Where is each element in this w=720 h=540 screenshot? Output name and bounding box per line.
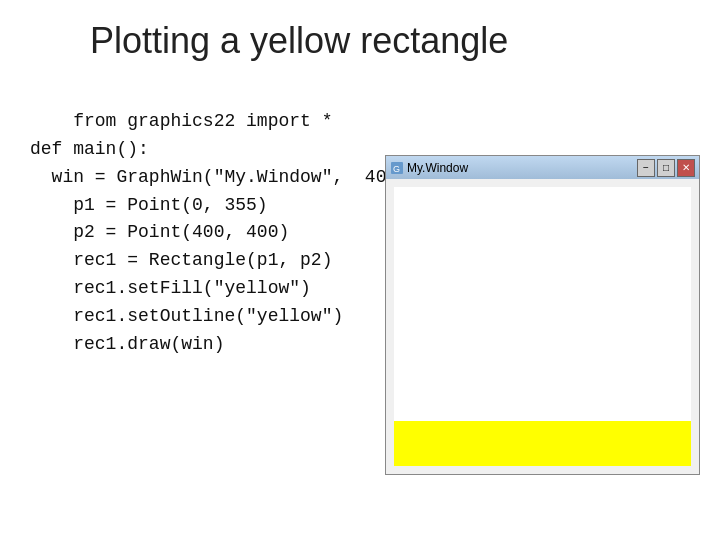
yellow-rectangle	[394, 421, 691, 466]
window-app-icon: G	[390, 161, 404, 175]
code-line-4: p1 = Point(0, 355)	[52, 195, 268, 215]
code-line-5: p2 = Point(400, 400)	[52, 222, 290, 242]
code-line-6: rec1 = Rectangle(p1, p2)	[52, 250, 333, 270]
graphwin-window: G My.Window − □ ✕	[385, 155, 700, 475]
maximize-button[interactable]: □	[657, 159, 675, 177]
code-line-1: from graphics22 import *	[73, 111, 332, 131]
svg-text:G: G	[393, 164, 400, 174]
close-button[interactable]: ✕	[677, 159, 695, 177]
window-body	[385, 179, 700, 475]
code-line-2: def main():	[30, 139, 149, 159]
window-controls[interactable]: − □ ✕	[637, 159, 695, 177]
page-title: Plotting a yellow rectangle	[90, 20, 690, 62]
code-line-8: rec1.setOutline("yellow")	[52, 306, 344, 326]
window-titlebar: G My.Window − □ ✕	[385, 155, 700, 179]
code-line-9: rec1.draw(win)	[52, 334, 225, 354]
window-title-text: My.Window	[407, 161, 468, 175]
code-line-7: rec1.setFill("yellow")	[52, 278, 311, 298]
window-canvas	[394, 187, 691, 466]
title-icon-area: G My.Window	[390, 161, 468, 175]
minimize-button[interactable]: −	[637, 159, 655, 177]
main-page: Plotting a yellow rectangle from graphic…	[0, 0, 720, 540]
